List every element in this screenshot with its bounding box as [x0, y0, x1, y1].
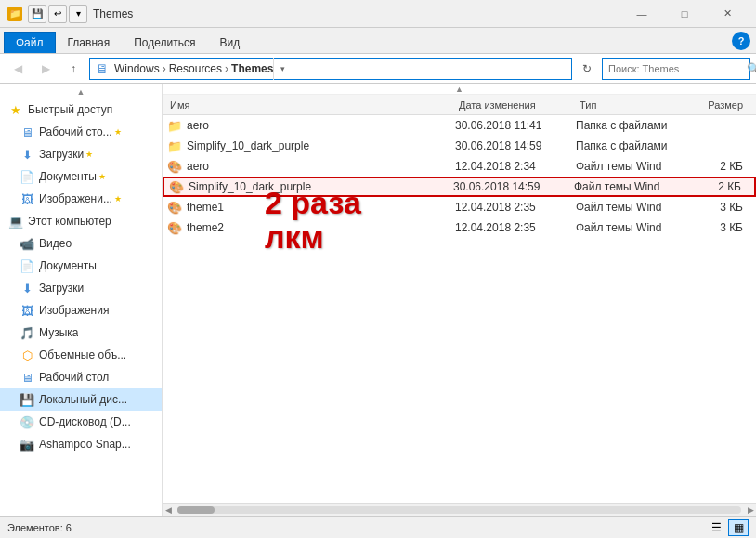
file-name-simplify-folder: Simplify_10_dark_purple — [187, 139, 455, 152]
status-text: Элементов: 6 — [7, 522, 72, 533]
sidebar-item-downloads2[interactable]: ⬇ Загрузки — [0, 277, 162, 299]
desktop-icon-1: 🖥 — [19, 125, 35, 138]
doc-icon-1: 📄 — [19, 170, 35, 183]
search-input[interactable] — [603, 59, 742, 79]
sidebar-item-quick-access[interactable]: ★ Быстрый доступ — [0, 98, 162, 121]
sidebar-item-images2[interactable]: 🖼 Изображения — [0, 299, 162, 321]
file-row-simplify-folder[interactable]: Simplify_10_dark_purple 30.06.2018 14:59… — [163, 136, 756, 156]
window-title: Themes — [93, 7, 133, 20]
file-row-theme2[interactable]: theme2 12.04.2018 2:35 Файл темы Wind 3 … — [163, 217, 756, 238]
sidebar-item-music[interactable]: 🎵 Музыка — [0, 321, 162, 344]
file-row-aero-theme[interactable]: aero 12.04.2018 2:34 Файл темы Wind 2 КБ — [163, 156, 756, 177]
3d-icon: ⬡ — [19, 348, 35, 361]
address-bar: ◀ ▶ ↑ 🖥 Windows › Resources › Themes ▾ ↻… — [0, 54, 756, 84]
file-size-aero-theme: 2 КБ — [687, 160, 752, 173]
file-name-simplify-theme: Simplify_10_dark_purple — [189, 180, 453, 193]
file-name-aero-folder: aero — [187, 119, 455, 132]
download-icon-1: ⬇ — [19, 148, 35, 161]
list-view-btn[interactable]: ☰ — [706, 519, 726, 536]
file-row-aero-folder[interactable]: aero 30.06.2018 11:41 Папка с файлами — [163, 115, 756, 136]
sidebar-scroll-up[interactable]: ▲ — [0, 87, 162, 98]
refresh-button[interactable]: ↻ — [576, 58, 598, 80]
music-icon: 🎵 — [19, 326, 35, 339]
path-resources: Resources — [169, 62, 222, 75]
help-button[interactable]: ? — [732, 32, 750, 50]
col-name-header[interactable]: Имя — [166, 99, 455, 111]
sidebar-item-desktop1[interactable]: 🖥 Рабочий сто... ★ — [0, 121, 162, 143]
sidebar-item-cd[interactable]: 💿 CD-дисковод (D... — [0, 411, 162, 433]
app-icon — [7, 7, 22, 21]
search-icon: 🔍 — [742, 62, 756, 75]
forward-button[interactable]: ▶ — [33, 58, 58, 80]
sidebar-documents2-label: Документы — [39, 259, 97, 272]
status-bar: Элементов: 6 ☰ ▦ — [0, 516, 756, 538]
sidebar-item-documents2[interactable]: 📄 Документы — [0, 255, 162, 277]
sidebar-images1-label: Изображени... — [39, 192, 112, 205]
path-dropdown[interactable]: ▾ — [273, 58, 292, 80]
quick-menu-btn[interactable]: ▾ — [69, 5, 87, 23]
title-bar: 💾 ↩ ▾ Themes — □ ✕ — [0, 0, 756, 28]
file-size-theme2: 3 КБ — [687, 221, 752, 234]
file-row-simplify-theme[interactable]: Simplify_10_dark_purple 30.06.2018 14:59… — [163, 177, 756, 197]
file-list: aero 30.06.2018 11:41 Папка с файлами Si… — [163, 115, 756, 503]
file-row-theme1[interactable]: theme1 12.04.2018 2:35 Файл темы Wind 3 … — [163, 197, 756, 217]
back-button[interactable]: ◀ — [6, 58, 30, 80]
file-type-simplify-folder: Папка с файлами — [576, 139, 687, 152]
detail-view-btn[interactable]: ▦ — [728, 519, 749, 536]
theme-icon-theme2 — [166, 220, 183, 235]
sidebar-video-label: Видео — [39, 237, 72, 250]
sidebar-item-local-disk[interactable]: 💾 Локальный дис... — [0, 388, 162, 411]
up-button[interactable]: ↑ — [61, 58, 85, 80]
ribbon-tabs: Файл Главная Поделиться Вид ? — [0, 28, 756, 54]
tab-file[interactable]: Файл — [4, 32, 56, 53]
sidebar-local-disk-label: Локальный дис... — [39, 393, 127, 406]
maximize-button[interactable]: □ — [663, 0, 706, 28]
sidebar-desktop2-label: Рабочий стол — [39, 371, 109, 384]
sidebar-item-documents1[interactable]: 📄 Документы ★ — [0, 165, 162, 188]
col-size-header[interactable]: Размер — [687, 99, 752, 111]
sidebar-item-images1[interactable]: 🖼 Изображени... ★ — [0, 188, 162, 210]
sidebar-item-downloads1[interactable]: ⬇ Загрузки ★ — [0, 143, 162, 165]
doc-icon-2: 📄 — [19, 259, 35, 272]
sidebar-item-ashampoo[interactable]: 📷 Ashampoo Snap... — [0, 433, 162, 455]
file-name-theme1: theme1 — [187, 201, 455, 214]
file-date-theme1: 12.04.2018 2:35 — [455, 201, 576, 214]
close-button[interactable]: ✕ — [706, 0, 749, 28]
theme-icon-simplify — [168, 179, 185, 194]
file-date-simplify-folder: 30.06.2018 14:59 — [455, 139, 576, 152]
video-icon: 📹 — [19, 237, 35, 250]
col-date-header[interactable]: Дата изменения — [455, 99, 576, 111]
sidebar-cd-label: CD-дисковод (D... — [39, 415, 131, 428]
tab-view[interactable]: Вид — [207, 32, 252, 53]
col-type-header[interactable]: Тип — [576, 99, 687, 111]
file-type-aero-theme: Файл темы Wind — [576, 160, 687, 173]
sidebar-downloads1-label: Загрузки — [39, 148, 84, 161]
disk-icon: 💾 — [19, 393, 35, 406]
sidebar-item-3d[interactable]: ⬡ Объемные объ... — [0, 344, 162, 366]
cd-icon: 💿 — [19, 415, 35, 428]
theme-icon-aero — [166, 159, 183, 174]
image-icon-1: 🖼 — [19, 192, 35, 205]
sidebar-item-video[interactable]: 📹 Видео — [0, 232, 162, 255]
cam-icon: 📷 — [19, 438, 35, 451]
search-box[interactable]: 🔍 — [602, 58, 750, 80]
address-path[interactable]: 🖥 Windows › Resources › Themes ▾ — [89, 58, 572, 80]
file-name-aero-theme: aero — [187, 160, 455, 173]
tab-share[interactable]: Поделиться — [122, 32, 207, 53]
sidebar-images2-label: Изображения — [39, 304, 109, 317]
file-date-simplify-theme: 30.06.2018 14:59 — [453, 180, 574, 193]
quick-save-btn[interactable]: 💾 — [28, 5, 46, 23]
file-size-simplify-theme: 2 КБ — [685, 180, 750, 193]
minimize-button[interactable]: — — [620, 0, 663, 28]
sidebar-3d-label: Объемные объ... — [39, 348, 126, 361]
tab-home[interactable]: Главная — [56, 32, 123, 53]
file-size-theme1: 3 КБ — [687, 201, 752, 214]
sidebar-item-desktop2[interactable]: 🖥 Рабочий стол — [0, 366, 162, 388]
sidebar-downloads2-label: Загрузки — [39, 282, 84, 295]
sidebar-item-this-pc[interactable]: 💻 Этот компьютер — [0, 210, 162, 232]
quick-undo-btn[interactable]: ↩ — [48, 5, 67, 23]
sidebar-this-pc-label: Этот компьютер — [28, 215, 111, 228]
file-name-theme2: theme2 — [187, 221, 455, 234]
path-themes: Themes — [231, 62, 273, 75]
horizontal-scrollbar[interactable]: ◀ ▶ — [163, 503, 756, 516]
